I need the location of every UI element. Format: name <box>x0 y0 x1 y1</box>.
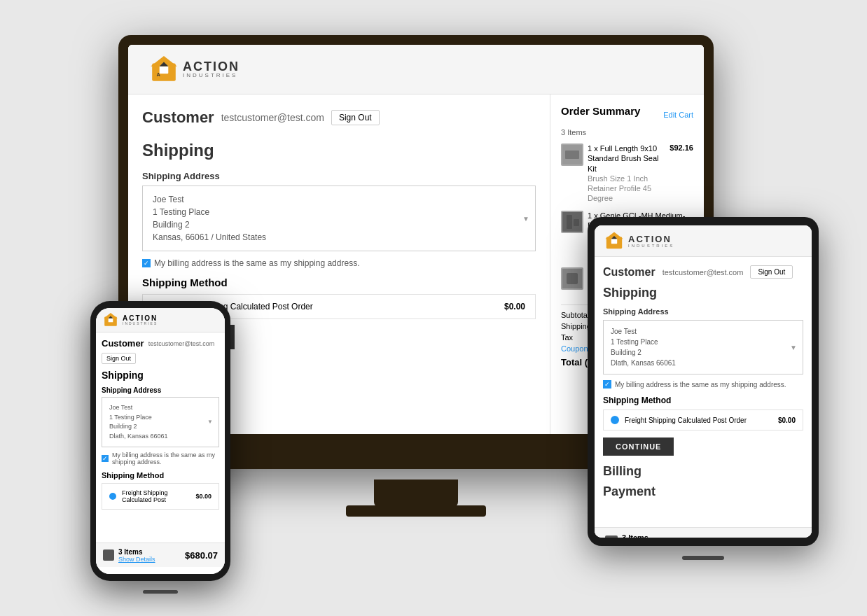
monitor-stand <box>374 479 458 507</box>
phone-logo-action: ACTION <box>123 315 158 322</box>
tablet-method-radio[interactable] <box>611 416 619 424</box>
address-line-1: Joe Test <box>153 193 525 206</box>
tablet-addr-4: Dlath, Kansas 66061 <box>611 358 796 368</box>
tablet-continue[interactable]: CONTINUE <box>603 438 674 456</box>
billing-same-row: My billing address is the same as my shi… <box>142 258 536 268</box>
shipping-title: Shipping <box>142 141 536 160</box>
tablet-items-text: 3 Items Show Details <box>622 533 663 538</box>
tablet-total: $680.07 <box>765 536 801 538</box>
item-price-1: $92.16 <box>670 144 693 152</box>
tablet-address-box[interactable]: Joe Test 1 Testing Place Building 2 Dlat… <box>603 320 803 374</box>
tablet-customer-title: Customer <box>603 266 656 279</box>
phone-header: ACTION INDUSTRIES <box>96 308 225 332</box>
tablet-logo-industries: INDUSTRIES <box>628 244 674 248</box>
phone-billing-checkbox[interactable] <box>102 455 109 462</box>
tablet-body: Customer testcustomer@test.com Sign Out … <box>595 257 812 527</box>
phone-method-option[interactable]: Freight Shipping Calculated Post $0.00 <box>102 483 219 510</box>
address-line-4: Kansas, 66061 / United States <box>153 231 525 244</box>
phone-dropdown-arrow: ▼ <box>207 418 213 426</box>
phone-footer: 3 Items Show Details $680.07 <box>96 542 225 567</box>
phone-address-label: Shipping Address <box>102 386 219 394</box>
phone-billing-row: My billing address is the same as my shi… <box>102 451 219 465</box>
dropdown-arrow-icon: ▼ <box>522 214 529 224</box>
phone-sign-out[interactable]: Sign Out <box>102 353 136 364</box>
tablet-device: ACTION INDUSTRIES Customer testcustomer@… <box>588 217 819 546</box>
tablet-method-price: $0.00 <box>778 416 796 424</box>
phone-device: ACTION INDUSTRIES Customer testcustomer@… <box>90 301 230 581</box>
item-details-1: 1 x Full Length 9x10 Standard Brush Seal… <box>588 144 665 204</box>
address-line-2: 1 Testing Place <box>153 206 525 218</box>
phone-items-info: 3 Items Show Details <box>103 547 155 563</box>
edit-cart-link[interactable]: Edit Cart <box>663 111 693 119</box>
phone-addr-2: 1 Testing Place <box>109 413 211 423</box>
phone-addr-3: Building 2 <box>109 422 211 432</box>
tablet-items-count: 3 Items <box>622 533 648 538</box>
tablet-billing-checkbox[interactable] <box>603 380 611 388</box>
billing-same-checkbox[interactable] <box>142 259 151 267</box>
phone-screen: ACTION INDUSTRIES Customer testcustomer@… <box>96 308 225 574</box>
svg-rect-8 <box>567 215 572 229</box>
logo-action-text: ACTION <box>183 60 240 73</box>
tablet-address-label: Shipping Address <box>603 307 803 316</box>
shipping-label: Shipping <box>561 322 591 330</box>
tablet-home-button <box>682 556 724 560</box>
tablet-addr-3: Building 2 <box>611 347 796 358</box>
tablet-footer: 3 Items Show Details $680.07 <box>595 527 812 538</box>
shipping-method-title: Shipping Method <box>142 276 536 288</box>
phone-home-button <box>143 590 178 594</box>
desktop-header: A ACTION INDUSTRIES <box>128 45 704 94</box>
tablet-header: ACTION INDUSTRIES <box>595 225 812 257</box>
desktop-logo: A ACTION INDUSTRIES <box>149 55 240 84</box>
billing-same-label: My billing address is the same as my shi… <box>154 258 359 268</box>
item-detail2-1: Retainer Profile 45 Degree <box>588 183 665 204</box>
phone-method-name: Freight Shipping Calculated Post <box>122 489 190 503</box>
tablet-items-info: 3 Items Show Details <box>605 533 663 538</box>
phone-checkout: ACTION INDUSTRIES Customer testcustomer@… <box>96 308 225 574</box>
tablet-addr-1: Joe Test <box>611 326 796 337</box>
address-label: Shipping Address <box>142 171 536 181</box>
phone-method-radio[interactable] <box>109 493 116 500</box>
shipping-method-price: $0.00 <box>504 302 525 312</box>
subtotal-label: Subtotal <box>561 311 589 319</box>
tablet-logo: ACTION INDUSTRIES <box>604 231 674 251</box>
order-item-1: 1 x Full Length 9x10 Standard Brush Seal… <box>561 144 693 204</box>
phone-customer-email: testcustomer@test.com <box>148 340 215 347</box>
address-line-3: Building 2 <box>153 218 525 231</box>
logo-industries-text: INDUSTRIES <box>183 73 240 78</box>
phone-billing-label: My billing address is the same as my shi… <box>112 451 219 465</box>
tablet-main: Customer testcustomer@test.com Sign Out … <box>595 257 812 527</box>
sign-out-button[interactable]: Sign Out <box>331 110 380 125</box>
phone-logo-icon <box>103 312 118 328</box>
item-image-2 <box>561 211 583 233</box>
phone-show-details[interactable]: Show Details <box>118 556 155 563</box>
tablet-cart-icon <box>605 536 618 538</box>
phone-total: $680.07 <box>185 550 218 561</box>
tablet-sign-out[interactable]: Sign Out <box>750 265 793 279</box>
tablet-payment-title: Payment <box>603 484 803 499</box>
item-name-1: 1 x Full Length 9x10 Standard Brush Seal… <box>588 144 665 174</box>
phone-customer-title: Customer <box>102 338 144 349</box>
phone-logo: ACTION INDUSTRIES <box>103 312 158 328</box>
tablet-logo-icon <box>604 231 624 251</box>
customer-title: Customer <box>142 108 214 127</box>
phone-main: Customer testcustomer@test.com Sign Out … <box>96 332 225 542</box>
customer-email: testcustomer@test.com <box>221 112 324 123</box>
phone-logo-industries: INDUSTRIES <box>123 322 158 326</box>
tablet-customer-section: Customer testcustomer@test.com Sign Out <box>603 265 803 279</box>
tablet-method-name: Freight Shipping Calculated Post Order <box>625 416 747 424</box>
tablet-logo-text: ACTION INDUSTRIES <box>628 234 674 248</box>
tablet-billing-label: My billing address is the same as my shi… <box>615 381 786 388</box>
tablet-dropdown-arrow: ▼ <box>790 342 797 353</box>
address-box[interactable]: Joe Test 1 Testing Place Building 2 Kans… <box>142 186 536 251</box>
tablet-billing-row: My billing address is the same as my shi… <box>603 380 803 388</box>
phone-addr-1: Joe Test <box>109 403 211 413</box>
phone-method-title: Shipping Method <box>102 471 219 479</box>
item-image-1 <box>561 144 583 166</box>
customer-section: Customer testcustomer@test.com Sign Out <box>142 108 536 127</box>
tablet-method-option[interactable]: Freight Shipping Calculated Post Order $… <box>603 410 803 430</box>
logo-text: ACTION INDUSTRIES <box>183 60 240 78</box>
phone-address-box[interactable]: Joe Test 1 Testing Place Building 2 Dlat… <box>102 397 219 447</box>
phone-items-text: 3 Items Show Details <box>118 547 155 563</box>
phone-logo-text: ACTION INDUSTRIES <box>123 315 158 326</box>
phone-cart-icon <box>103 550 114 561</box>
